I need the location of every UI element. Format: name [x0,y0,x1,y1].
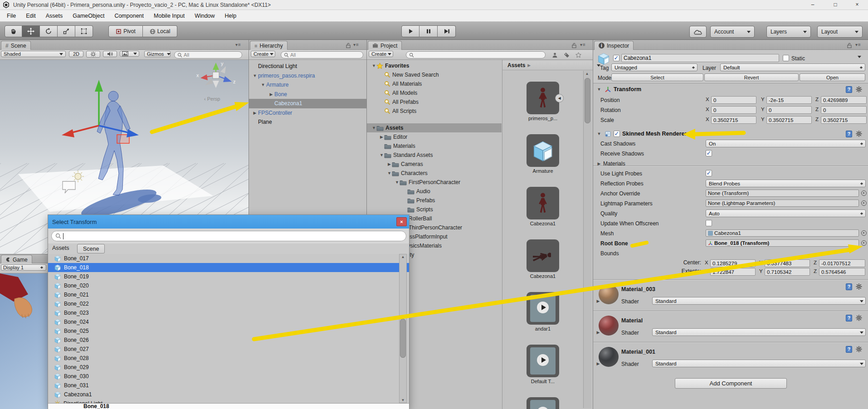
maximize-button[interactable]: □ [825,0,845,10]
hierarchy-item-directional-light[interactable]: Directional Light [249,62,366,71]
hierarchy-item-primeros-pasos-respira[interactable]: ▼primeros_pasos.respira [249,71,366,81]
lock-icon[interactable] [346,43,351,48]
gear-icon[interactable] [856,315,862,321]
asset-thumb-primeros-p-[interactable]: ◀primeros_p... [503,82,583,121]
dialog-item-bone_025[interactable]: Bone_025 [48,326,409,336]
scale-x-field[interactable]: 0.3502715 [711,116,756,124]
hierarchy-item-plane[interactable]: Plane [249,117,366,127]
shading-mode-dropdown[interactable]: Shaded [1,51,66,57]
bounds-extent-y-field[interactable]: 0.7105342 [765,268,810,276]
scene-effects-dropdown[interactable] [120,51,139,57]
foldout-down-icon[interactable]: ▼ [252,73,258,78]
cast-shadows-dropdown[interactable]: On [706,140,866,147]
material-preview-sphere[interactable] [599,347,619,367]
asset-thumbnail[interactable] [527,345,559,377]
dialog-titlebar[interactable]: Select Transform [48,215,409,229]
layer-dropdown[interactable]: Default [720,63,865,71]
asset-thumb-cabezona1[interactable]: Cabezona1 [503,187,583,226]
dialog-item-bone_022[interactable]: Bone_022 [48,299,409,308]
help-icon[interactable]: ? [846,131,852,137]
scrollbar-thumb[interactable] [400,319,406,358]
rotation-y-field[interactable]: 0 [766,106,812,114]
hierarchy-item-cabezona1[interactable]: Cabezona1 [249,99,366,108]
smr-component-header[interactable]: ▼ ✓ Skinned Mesh Renderer ? [593,130,868,138]
layout-dropdown[interactable]: Layout [817,26,863,38]
perspective-label[interactable]: ‹ Persp [204,96,220,102]
rotate-tool-button[interactable] [40,25,58,37]
menu-component[interactable]: Component [109,10,149,22]
scene-search-input[interactable]: All [174,51,242,58]
reflection-probes-dropdown[interactable]: Blend Probes [706,180,866,187]
layers-dropdown[interactable]: Layers [766,26,811,38]
scale-y-field[interactable]: 0.3502715 [766,116,812,124]
dialog-item-bone_031[interactable]: Bone_031 [48,381,409,390]
lightmap-parameters-object-field[interactable]: None (Lightmap Parameters) [706,200,859,207]
anchor-override-object-field[interactable]: None (Transform) [706,190,859,197]
minimize-button[interactable]: – [803,0,823,10]
hierarchy-create-button[interactable]: Create [251,51,275,57]
scroll-down-icon[interactable]: ▼ [400,398,406,402]
position-x-field[interactable]: 0 [711,96,756,104]
dialog-item-bone_028[interactable]: Bone_028 [48,354,409,363]
model-select-button[interactable]: Select [611,73,703,81]
scrollbar-thumb[interactable] [585,78,590,123]
bounds-center-x-field[interactable]: 0.1285279 [710,259,756,267]
asset-thumb-cabezona1[interactable]: Cabezona1 [503,239,583,279]
position-z-field[interactable]: 0.4269889 [821,96,867,104]
tab-inspector[interactable]: i Inspector [594,41,634,50]
dialog-search-input[interactable] [51,231,406,241]
shader-dropdown[interactable]: Standard [652,297,866,305]
menu-mobile-input[interactable]: Mobile Input [149,10,190,22]
dialog-item-bone_024[interactable]: Bone_024 [48,317,409,326]
mesh-object-field[interactable]: Cabezona1 [706,229,859,237]
position-y-field[interactable]: -2e-15 [766,96,812,104]
object-name-field[interactable]: Cabezona1 [621,54,779,62]
update-when-offscreen-checkbox[interactable] [706,220,712,226]
asset-thumbnail[interactable] [527,292,559,325]
asset-thumbnail[interactable] [527,239,559,272]
root-bone-picker-icon[interactable] [861,240,867,246]
use-light-probes-checkbox[interactable]: ✓ [706,170,712,176]
hand-tool-button[interactable] [5,25,22,37]
dialog-item-bone_027[interactable]: Bone_027 [48,345,409,354]
gear-icon[interactable] [856,283,862,290]
bounds-center-z-field[interactable]: -0.01707512 [819,259,865,267]
asset-expander-icon[interactable]: ◀ [555,94,564,102]
move-tool-button[interactable] [22,25,40,37]
help-icon[interactable]: ? [846,346,852,353]
shader-dropdown[interactable]: Standard [652,360,866,367]
menu-file[interactable]: File [2,10,21,22]
pause-button[interactable] [419,25,438,37]
hierarchy-search-input[interactable]: All [281,51,363,58]
menu-edit[interactable]: Edit [21,10,41,22]
dialog-item-partial[interactable]: Directional Light [48,399,409,403]
rect-tool-button[interactable] [75,25,93,37]
cloud-button[interactable] [689,26,707,38]
foldout-down-icon[interactable]: ▼ [260,83,266,87]
rotation-x-field[interactable]: 0 [711,106,756,114]
anchor-override-picker-icon[interactable] [861,190,867,196]
project-scrollbar[interactable]: ▲ [583,71,591,408]
menu-assets[interactable]: Assets [41,10,68,22]
foldout-right-icon[interactable]: ▶ [595,330,601,335]
dialog-item-bone_029[interactable]: Bone_029 [48,363,409,372]
2d-toggle-button[interactable]: 2D [69,51,83,57]
asset-thumb-partial[interactable] [503,397,583,409]
foldout-right-icon[interactable]: ▶ [268,92,274,97]
hierarchy-item-armature[interactable]: ▼Armature [249,80,366,90]
menu-help[interactable]: Help [220,10,242,22]
hierarchy-item-fpscontroller[interactable]: ▶FPSController [249,108,366,118]
foldout-right-icon[interactable]: ▶ [252,111,258,115]
mesh-picker-icon[interactable] [861,230,867,236]
local-toggle-button[interactable]: Local [143,25,177,37]
help-icon[interactable]: ? [846,283,852,290]
account-dropdown[interactable]: Account [710,26,755,38]
menu-gameobject[interactable]: GameObject [68,10,109,22]
menu-window[interactable]: Window [190,10,219,22]
receive-shadows-checkbox[interactable]: ✓ [706,150,712,156]
tag-dropdown[interactable]: Untagged [611,63,697,71]
foldout-right-icon[interactable]: ▶ [596,161,602,166]
tab-scene[interactable]: # Scene [1,41,31,50]
scene-audio-button[interactable] [103,51,117,57]
step-button[interactable] [438,25,456,37]
